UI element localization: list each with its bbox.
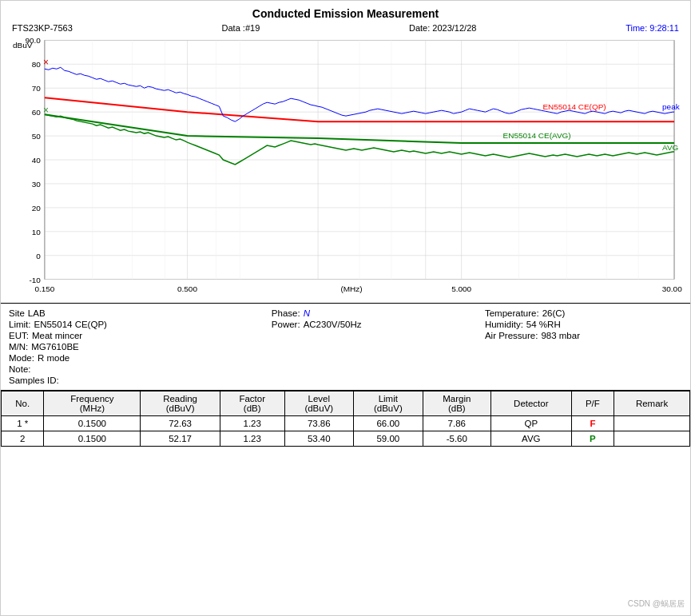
phase-value: N (304, 308, 310, 318)
col-header-pf: P/F (571, 391, 614, 416)
table-cell-1-2: 52.17 (141, 431, 220, 447)
table-cell-1-8: P (571, 431, 614, 447)
limit-value: EN55014 CE(QP) (34, 320, 106, 329)
table-cell-1-0: 2 (2, 431, 44, 447)
table-cell-1-5: 59.00 (354, 431, 423, 447)
chart-wrapper: 90.0 dBuV 80 70 60 50 40 30 20 10 0 -10 (9, 36, 682, 300)
table-cell-0-2: 72.63 (141, 416, 220, 431)
info-col-right: Temperature: 26(C) Humidity: 54 %RH Air … (485, 308, 682, 385)
table-body: 1 *0.150072.631.2373.8666.007.86QPF20.15… (2, 416, 690, 447)
info-row-eut: EUT: Meat mincer (9, 331, 256, 340)
note-label: Note: (9, 364, 31, 374)
svg-text:5.000: 5.000 (451, 284, 471, 293)
table-cell-0-5: 66.00 (354, 416, 423, 431)
table-cell-1-6: -5.60 (423, 431, 490, 447)
table-cell-0-6: 7.86 (423, 416, 490, 431)
col-header-reading: Reading(dBuV) (141, 391, 220, 416)
mode-value: R mode (38, 353, 69, 363)
table-cell-1-1: 0.1500 (44, 431, 141, 447)
site-label: Site (9, 308, 25, 318)
svg-text:30: 30 (32, 180, 42, 189)
info-row-temp: Temperature: 26(C) (485, 308, 682, 318)
humidity-value: 54 %RH (526, 320, 561, 329)
col-header-limit: Limit(dBuV) (354, 391, 423, 416)
info-row-pressure: Air Pressure: 983 mbar (485, 331, 682, 340)
svg-text:EN55014 CE(QP): EN55014 CE(QP) (542, 102, 606, 111)
info-row-phase: Phase: N (272, 308, 469, 318)
info-row-mode: Mode: R mode (9, 353, 256, 363)
svg-text:peak: peak (662, 102, 680, 111)
svg-text:×: × (43, 105, 49, 116)
svg-text:20: 20 (32, 204, 42, 213)
pressure-value: 983 mbar (541, 331, 580, 340)
col-header-margin: Margin(dB) (423, 391, 490, 416)
meta-date: Date: 2023/12/28 (409, 23, 476, 33)
svg-text:0.150: 0.150 (34, 284, 54, 293)
chart-svg: 90.0 dBuV 80 70 60 50 40 30 20 10 0 -10 (9, 36, 682, 300)
chart-title: Conducted Emission Measurement (9, 7, 682, 20)
samples-label: Samples ID: (9, 376, 59, 385)
data-table: No. Frequency(MHz) Reading(dBuV) Factor(… (1, 391, 690, 447)
info-row-power: Power: AC230V/50Hz (272, 320, 469, 329)
info-col-middle: Phase: N Power: AC230V/50Hz (272, 308, 469, 385)
eut-label: EUT: (9, 331, 29, 340)
eut-value: Meat mincer (32, 331, 82, 340)
svg-text:0: 0 (36, 252, 41, 260)
svg-text:80: 80 (32, 60, 42, 69)
svg-text:60: 60 (32, 108, 42, 117)
table-section: No. Frequency(MHz) Reading(dBuV) Factor(… (1, 390, 690, 615)
col-header-detector: Detector (490, 391, 571, 416)
table-cell-1-3: 1.23 (220, 431, 284, 447)
meta-id: FTS23KP-7563 (12, 23, 73, 33)
info-row-limit: Limit: EN55014 CE(QP) (9, 320, 256, 329)
info-row-site: Site LAB (9, 308, 256, 318)
col-header-level: Level(dBuV) (284, 391, 354, 416)
meta-time: Time: 9:28:11 (625, 23, 679, 33)
table-cell-0-7: QP (490, 416, 571, 431)
table-cell-1-7: AVG (490, 431, 571, 447)
svg-text:50: 50 (32, 132, 42, 141)
phase-label: Phase: (272, 308, 300, 318)
table-cell-0-0: 1 * (2, 416, 44, 431)
site-value: LAB (28, 308, 46, 318)
watermark: CSDN @蜗居居 (628, 598, 685, 610)
svg-text:0.500: 0.500 (177, 284, 197, 293)
power-label: Power: (272, 320, 300, 329)
svg-text:40: 40 (32, 156, 42, 165)
info-col-left: Site LAB Limit: EN55014 CE(QP) EUT: Meat… (9, 308, 256, 385)
info-row-mn: M/N: MG7610BE (9, 342, 256, 352)
col-header-freq: Frequency(MHz) (44, 391, 141, 416)
info-row-samples: Samples ID: (9, 376, 256, 385)
table-row: 1 *0.150072.631.2373.8666.007.86QPF (2, 416, 690, 431)
table-row: 20.150052.171.2353.4059.00-5.60AVGP (2, 431, 690, 447)
col-header-no: No. (2, 391, 44, 416)
humidity-label: Humidity: (485, 320, 523, 329)
temp-value: 26(C) (542, 308, 566, 318)
table-cell-0-8: F (571, 416, 614, 431)
table-cell-1-9 (614, 431, 690, 447)
limit-label: Limit: (9, 320, 30, 329)
info-row-humidity: Humidity: 54 %RH (485, 320, 682, 329)
table-cell-1-4: 53.40 (284, 431, 354, 447)
info-row-note: Note: (9, 364, 256, 374)
table-cell-0-4: 73.86 (284, 416, 354, 431)
info-section: Site LAB Limit: EN55014 CE(QP) EUT: Meat… (1, 303, 690, 390)
svg-text:70: 70 (32, 84, 42, 93)
svg-text:dBuV: dBuV (13, 41, 33, 50)
col-header-remark: Remark (614, 391, 690, 416)
svg-text:30.000: 30.000 (662, 284, 682, 293)
pressure-label: Air Pressure: (485, 331, 538, 340)
chart-meta: FTS23KP-7563 Data :#19 Date: 2023/12/28 … (9, 23, 682, 33)
mn-value: MG7610BE (31, 342, 78, 352)
col-header-factor: Factor(dB) (220, 391, 284, 416)
table-cell-0-9 (614, 416, 690, 431)
power-value: AC230V/50Hz (304, 320, 362, 329)
svg-text:(MHz): (MHz) (340, 284, 362, 293)
table-header-row: No. Frequency(MHz) Reading(dBuV) Factor(… (2, 391, 690, 416)
svg-text:-10: -10 (29, 276, 41, 284)
mode-label: Mode: (9, 353, 34, 363)
svg-text:10: 10 (32, 228, 42, 236)
chart-section: Conducted Emission Measurement FTS23KP-7… (1, 1, 690, 303)
meta-data: Data :#19 (222, 23, 260, 33)
temp-label: Temperature: (485, 308, 539, 318)
